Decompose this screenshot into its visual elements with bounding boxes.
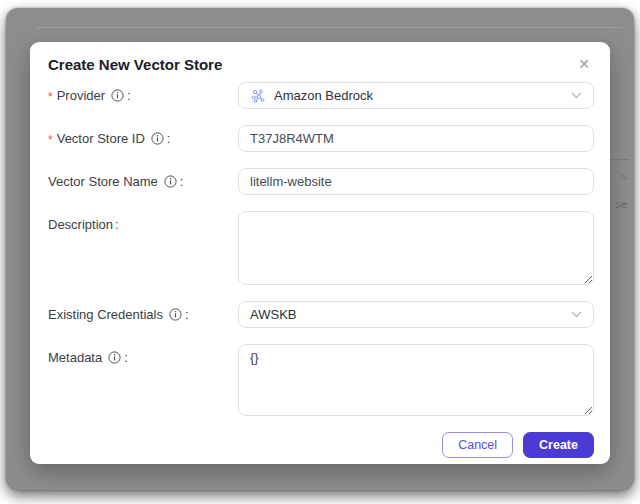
metadata-row: Metadata : {} [44,344,594,416]
existing-credentials-label: Existing Credentials : [44,307,238,322]
background-header-divider [36,27,622,28]
provider-label: * Provider : [44,88,238,104]
provider-row: * Provider : [44,82,594,109]
vector-store-name-input[interactable] [238,168,594,195]
info-icon[interactable] [169,308,182,321]
existing-credentials-select-value: AWSKB [250,307,296,322]
info-icon[interactable] [151,132,164,145]
vector-store-id-label: * Vector Store ID : [44,131,238,147]
cancel-button[interactable]: Cancel [442,432,513,458]
chevron-down-icon [571,311,582,318]
modal-title: Create New Vector Store [48,55,594,75]
info-icon[interactable] [164,175,177,188]
existing-credentials-select[interactable]: AWSKB [238,301,594,328]
vector-store-name-row: Vector Store Name : [44,168,594,195]
vector-store-id-input[interactable] [238,125,594,152]
create-button[interactable]: Create [523,432,594,458]
chevron-down-icon [571,92,582,99]
description-label: Description : [44,211,238,232]
bedrock-logo-icon [250,88,266,104]
required-mark: * [48,133,53,147]
info-icon[interactable] [108,351,121,364]
description-row: Description : [44,211,594,285]
existing-credentials-row: Existing Credentials : AWSKB [44,301,594,328]
info-icon[interactable] [111,89,124,102]
metadata-textarea[interactable]: {} [238,344,594,416]
sort-arrows-icon: ↑↓ [620,171,626,182]
vector-store-name-label: Vector Store Name : [44,174,238,189]
description-textarea[interactable] [238,211,594,285]
create-vector-store-modal: ✕ Create New Vector Store * Provider : [30,42,610,464]
required-mark: * [48,90,53,104]
close-icon[interactable]: ✕ [574,54,594,74]
metadata-label: Metadata : [44,344,238,365]
provider-select[interactable]: Amazon Bedrock [238,82,594,109]
background-partial-text: se [615,198,627,210]
provider-select-value: Amazon Bedrock [274,88,373,103]
vector-store-id-row: * Vector Store ID : [44,125,594,152]
modal-footer: Cancel Create [44,432,594,458]
